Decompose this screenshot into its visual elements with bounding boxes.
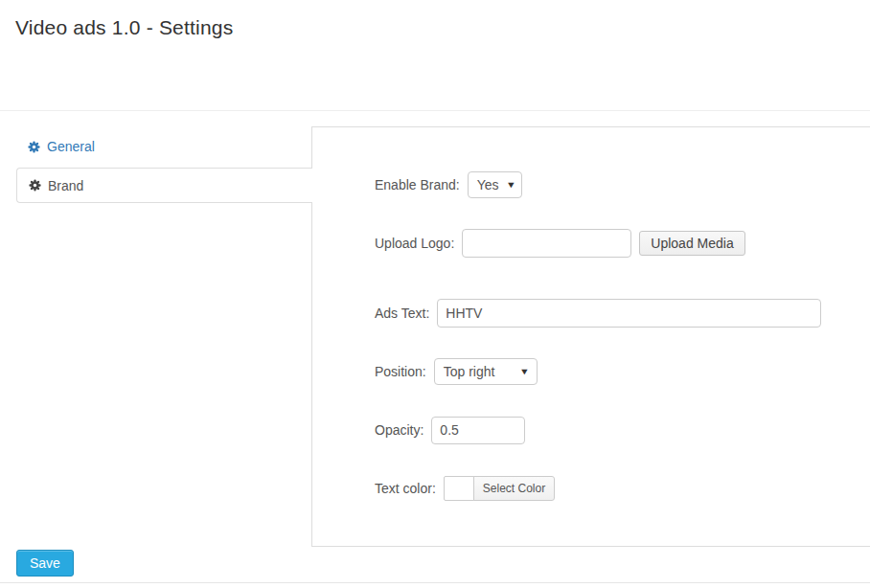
chevron-down-icon: ▼ [519,368,530,376]
upload-logo-row: Upload Logo: Upload Media [375,229,851,258]
gear-icon [28,141,40,153]
opacity-input[interactable] [431,417,525,444]
bottom-divider [0,582,870,583]
save-button[interactable]: Save [16,550,74,577]
tab-brand[interactable]: Brand [16,168,312,203]
position-label: Position: [375,364,426,379]
position-row: Position: Top right ▼ [375,357,851,386]
settings-tab-list: General Brand [16,125,311,203]
enable-brand-row: Enable Brand: Yes ▼ [375,170,851,199]
opacity-row: Opacity: [375,416,851,444]
position-select[interactable]: Top right ▼ [434,358,538,385]
gear-icon [29,179,41,192]
chevron-down-icon: ▼ [506,181,516,190]
select-color-button[interactable]: Select Color [473,476,555,501]
position-selected-value: Top right [444,364,495,379]
tab-general-label: General [47,139,95,154]
opacity-label: Opacity: [375,422,424,438]
enable-brand-select[interactable]: Yes ▼ [468,171,522,198]
tab-brand-label: Brand [48,178,83,193]
ads-text-row: Ads Text: [375,299,851,328]
enable-brand-label: Enable Brand: [375,177,460,192]
brand-settings-panel: Enable Brand: Yes ▼ Upload Logo: Upload … [311,126,870,547]
upload-logo-label: Upload Logo: [375,236,454,251]
upload-media-button[interactable]: Upload Media [639,231,744,256]
enable-brand-selected-value: Yes [477,177,499,192]
upload-logo-input[interactable] [462,229,631,258]
color-picker-group: Select Color [444,476,555,501]
text-color-row: Text color: Select Color [375,474,851,503]
text-color-label: Text color: [375,481,436,496]
ads-text-label: Ads Text: [375,305,429,321]
ads-text-input[interactable] [437,299,821,328]
header-divider [0,110,870,111]
text-color-input[interactable] [444,476,474,501]
tab-general[interactable]: General [16,125,311,168]
page-title: Video ads 1.0 - Settings [15,16,233,39]
